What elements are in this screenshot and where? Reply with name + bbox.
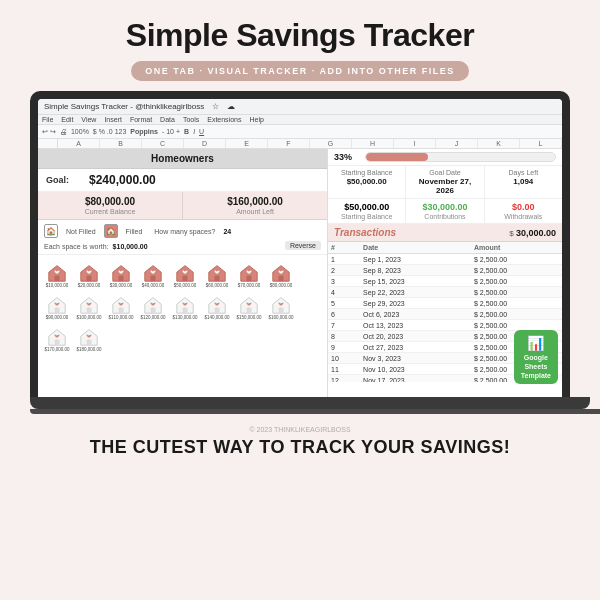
menu-edit[interactable]: Edit — [61, 116, 73, 123]
svg-rect-9 — [87, 308, 92, 314]
house-label-1: $10,000.00 — [46, 283, 69, 288]
badge-line3: Template — [521, 372, 551, 379]
goal-label: Goal: — [46, 175, 81, 185]
goal-amount: $240,000.00 — [89, 173, 156, 187]
table-row: 3 Sep 15, 2023 $ 2,500.00 — [328, 276, 562, 287]
not-filled-label: Not Filled — [66, 228, 96, 235]
section-homeowners-header: Homeowners — [38, 149, 327, 169]
row-amount: $ 2,500.00 — [471, 254, 562, 265]
table-row: 6 Oct 6, 2023 $ 2,500.00 — [328, 309, 562, 320]
contributions-value: $30,000.00 — [410, 202, 479, 212]
starting-balance-stat: Starting Balance $50,000.00 — [328, 166, 406, 198]
starting-balance-label: Starting Balance — [332, 169, 401, 176]
col-h: H — [352, 139, 394, 148]
menu-format[interactable]: Format — [130, 116, 152, 123]
svg-rect-14 — [247, 308, 252, 314]
house-icon-14: $140,000.00 — [202, 290, 232, 320]
row-num: 4 — [328, 287, 360, 298]
svg-rect-1 — [87, 276, 92, 282]
days-left-stat: Days Left 1,094 — [485, 166, 562, 198]
starting-balance-value: $50,000.00 — [332, 177, 401, 186]
house-icon-16: $160,000.00 — [266, 290, 296, 320]
row-date: Sep 22, 2023 — [360, 287, 471, 298]
svg-rect-13 — [215, 308, 220, 314]
amount-left-cell: $160,000.00 Amount Left — [183, 192, 327, 219]
visual-section: 🏠 Not Filled 🏠 Filled How many spaces? 2… — [38, 220, 327, 255]
svg-rect-15 — [279, 308, 284, 314]
house-label-7: $70,000.00 — [238, 283, 261, 288]
house-label-18: $180,000.00 — [76, 347, 101, 352]
table-row: 5 Sep 29, 2023 $ 2,500.00 — [328, 298, 562, 309]
sheets-icon: 📊 — [521, 334, 551, 352]
spaces-value: 24 — [223, 228, 231, 235]
house-icon-15: $150,000.00 — [234, 290, 264, 320]
row-num: 3 — [328, 276, 360, 287]
house-label-8: $80,000.00 — [270, 283, 293, 288]
current-balance-amount: $80,000.00 — [40, 196, 180, 207]
spreadsheet-toolbar: ↩ ↪ 🖨 100% $ % .0 123 Poppins - 10 + B I… — [38, 125, 562, 139]
menu-tools[interactable]: Tools — [183, 116, 199, 123]
house-icons-grid: $10,000.00 $20,000.00 $30,000.00 $40,000… — [38, 255, 327, 355]
house-icon-2: $20,000.00 — [74, 258, 104, 288]
laptop-container: Simple Savings Tracker - @thinklikeagirl… — [0, 91, 600, 414]
amount-left-label: Amount Left — [185, 208, 325, 215]
col-d: D — [184, 139, 226, 148]
days-left-label: Days Left — [489, 169, 558, 176]
laptop-base — [30, 397, 590, 409]
svg-rect-10 — [119, 308, 124, 314]
progress-bar-container — [365, 152, 556, 162]
col-k: K — [478, 139, 520, 148]
house-label-5: $50,000.00 — [174, 283, 197, 288]
page-header: Simple Savings Tracker ONE TAB · VISUAL … — [0, 0, 600, 91]
each-worth-value: $10,000.00 — [113, 243, 148, 250]
svg-rect-3 — [151, 276, 156, 282]
subtitle-badge: ONE TAB · VISUAL TRACKER · ADD INTO OTHE… — [131, 61, 469, 81]
column-headers: A B C D E F G H I J K L — [38, 139, 562, 149]
withdrawals-label: Withdrawals — [489, 213, 558, 220]
svg-rect-4 — [183, 276, 188, 282]
row-amount: $ 2,500.00 — [471, 287, 562, 298]
menu-insert[interactable]: Insert — [104, 116, 122, 123]
withdrawals-cell: $0.00 Withdrawals — [485, 199, 562, 223]
row-date: Oct 27, 2023 — [360, 342, 471, 353]
row-date: Sep 29, 2023 — [360, 298, 471, 309]
col-c: C — [142, 139, 184, 148]
col-a: A — [58, 139, 100, 148]
filled-icon: 🏠 — [104, 224, 118, 238]
col-e: E — [226, 139, 268, 148]
house-label-13: $130,000.00 — [172, 315, 197, 320]
house-label-11: $110,000.00 — [108, 315, 133, 320]
badge-line1: Google — [524, 354, 548, 361]
table-header-row: # Date Amount — [328, 242, 562, 254]
house-icon-13: $130,000.00 — [170, 290, 200, 320]
reverse-button[interactable]: Reverse — [285, 241, 321, 250]
starting-balance-amount-label: Starting Balance — [332, 213, 401, 220]
menu-help[interactable]: Help — [249, 116, 263, 123]
svg-rect-11 — [151, 308, 156, 314]
legend-row: 🏠 Not Filled 🏠 Filled How many spaces? 2… — [44, 224, 321, 238]
transactions-dollar: $ 30,000.00 — [509, 228, 556, 238]
house-label-16: $160,000.00 — [268, 315, 293, 320]
row-date: Oct 13, 2023 — [360, 320, 471, 331]
col-num-header: # — [328, 242, 360, 254]
menu-extensions[interactable]: Extensions — [207, 116, 241, 123]
house-icon-18: $180,000.00 — [74, 322, 104, 352]
menu-view[interactable]: View — [81, 116, 96, 123]
withdrawals-value: $0.00 — [489, 202, 558, 212]
house-label-3: $30,000.00 — [110, 283, 133, 288]
goal-date-label: Goal Date — [410, 169, 479, 176]
menu-file[interactable]: File — [42, 116, 53, 123]
row-num: 11 — [328, 364, 360, 375]
house-icon-1: $10,000.00 — [42, 258, 72, 288]
menu-data[interactable]: Data — [160, 116, 175, 123]
transactions-title: Transactions — [334, 227, 396, 238]
badge-line2: Sheets — [524, 363, 547, 370]
svg-rect-0 — [55, 276, 60, 282]
amounts-row: $50,000.00 Starting Balance $30,000.00 C… — [328, 199, 562, 224]
house-icon-7: $70,000.00 — [234, 258, 264, 288]
transactions-header: Transactions $ 30,000.00 — [328, 224, 562, 242]
house-icon-6: $60,000.00 — [202, 258, 232, 288]
star-icon: ☆ — [212, 102, 219, 111]
current-balance-cell: $80,000.00 Current Balance — [38, 192, 183, 219]
table-row: 2 Sep 8, 2023 $ 2,500.00 — [328, 265, 562, 276]
